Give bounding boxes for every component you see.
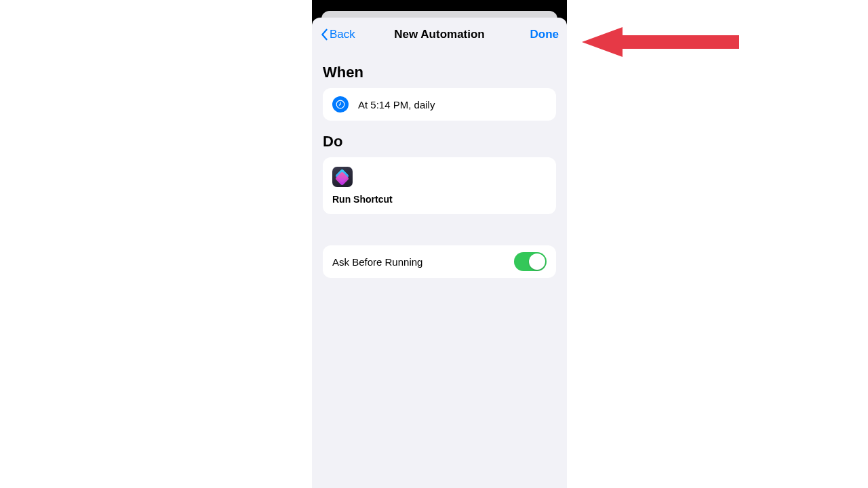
do-heading: Do <box>323 133 556 150</box>
ask-label: Ask Before Running <box>332 256 422 268</box>
back-label: Back <box>330 28 355 41</box>
when-section: When At 5:14 PM, daily <box>312 64 567 121</box>
do-card[interactable]: Run Shortcut <box>323 157 556 214</box>
when-heading: When <box>323 64 556 81</box>
phone-frame: Back New Automation Done When At 5:14 PM… <box>312 0 567 488</box>
do-section: Do Run Shortcut Ask Before Running <box>312 133 567 278</box>
toggle-knob <box>529 253 545 270</box>
ask-toggle[interactable] <box>514 252 547 271</box>
shortcuts-app-icon <box>332 167 353 187</box>
phone-content: Back New Automation Done When At 5:14 PM… <box>312 18 567 488</box>
ask-before-running-row: Ask Before Running <box>323 245 556 278</box>
do-label: Run Shortcut <box>332 194 547 205</box>
done-button[interactable]: Done <box>530 28 559 41</box>
nav-bar: Back New Automation Done <box>312 18 567 52</box>
phone-black-top <box>312 0 567 11</box>
page-title: New Automation <box>394 28 484 41</box>
clock-icon <box>332 96 349 113</box>
chevron-left-icon <box>320 28 328 41</box>
when-label: At 5:14 PM, daily <box>358 99 435 110</box>
red-arrow-annotation <box>582 22 739 62</box>
back-button[interactable]: Back <box>320 28 355 41</box>
when-card[interactable]: At 5:14 PM, daily <box>323 88 556 121</box>
